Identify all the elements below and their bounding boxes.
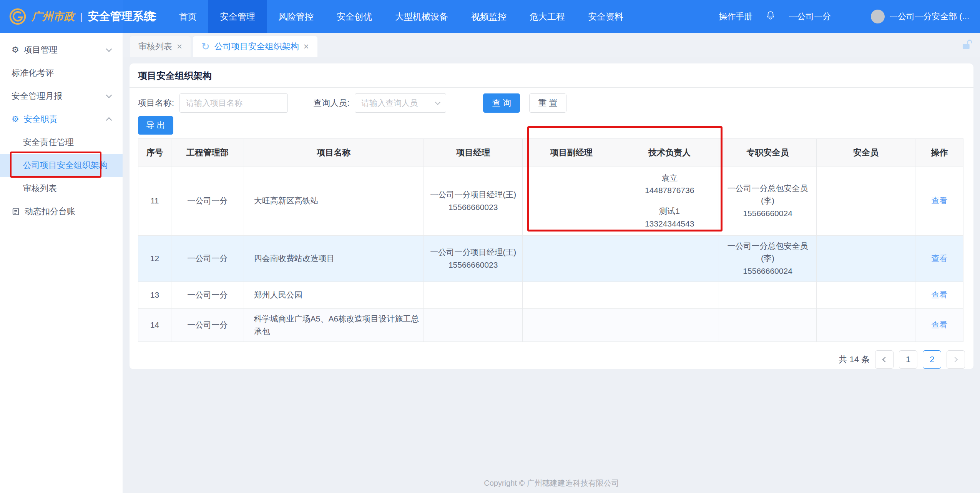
cell-technical-lead — [620, 282, 719, 309]
export-button[interactable]: 导 出 — [138, 116, 173, 135]
prev-page-button[interactable] — [875, 350, 894, 369]
nav-item-safety-excellence[interactable]: 安全创优 — [325, 0, 384, 33]
tab-company-org-structure[interactable]: ↻ 公司项目安全组织架构 × — [193, 36, 317, 57]
view-link[interactable]: 查看 — [931, 196, 947, 205]
page-button-2[interactable]: 2 — [923, 350, 941, 369]
project-name-label: 项目名称: — [138, 97, 174, 109]
tab-review-list[interactable]: 审核列表 × — [130, 36, 191, 57]
brand-separator: | — [80, 11, 83, 23]
brand-area: 广州市政 | 安全管理系统 — [0, 0, 123, 33]
sidebar-item-label: 审核列表 — [23, 183, 57, 194]
nav-item-home[interactable]: 首页 — [168, 0, 208, 33]
nav-item-video-monitor[interactable]: 视频监控 — [460, 0, 518, 33]
cell-dept: 一公司一分 — [171, 167, 244, 236]
nav-item-safety-docs[interactable]: 安全资料 — [576, 0, 635, 33]
cell-deputy-manager — [523, 309, 620, 342]
sidebar-item-safety-monthly-report[interactable]: 安全管理月报 — [0, 85, 123, 108]
sidebar-item-label: 安全责任管理 — [23, 137, 74, 148]
cell-project-name: 大旺高新区高铁站 — [244, 167, 424, 236]
col-actions: 操作 — [915, 139, 963, 167]
header-right: 操作手册 一公司一分 一公司一分安全部 (... — [719, 0, 980, 33]
brand-name: 广州市政 — [32, 9, 75, 24]
cell-seq: 14 — [138, 309, 171, 342]
sidebar-item-standardized-assessment[interactable]: 标准化考评 — [0, 62, 123, 85]
refresh-icon[interactable]: ↻ — [201, 42, 210, 52]
cell-deputy-manager — [523, 236, 620, 282]
nav-item-large-machinery[interactable]: 大型机械设备 — [384, 0, 460, 33]
filter-bar: 项目名称: 查询人员: 请输入查询人员 查 询 重 置 — [138, 93, 965, 113]
table-row: 11 一公司一分 大旺高新区高铁站 一公司一分项目经理(王) 155666600… — [138, 167, 963, 236]
page-title: 项目安全组织架构 — [130, 63, 973, 88]
sidebar-collapse-icon[interactable] — [137, 0, 168, 33]
col-project-name: 项目名称 — [244, 139, 424, 167]
cell-seq: 12 — [138, 236, 171, 282]
sidebar-item-project-management[interactable]: ⚙ 项目管理 — [0, 38, 123, 62]
chevron-left-icon — [882, 357, 888, 362]
page-button-1[interactable]: 1 — [899, 350, 917, 369]
unlock-icon[interactable] — [961, 38, 974, 52]
close-icon[interactable]: × — [304, 42, 309, 51]
sidebar-item-label: 公司项目安全组织架构 — [23, 160, 108, 171]
logo-emblem-icon — [8, 7, 27, 26]
gear-icon: ⚙ — [12, 46, 19, 54]
nav-item-major-projects[interactable]: 危大工程 — [518, 0, 576, 33]
content-card: 项目安全组织架构 项目名称: 查询人员: 请输入查询人员 查 询 重 置 导 出 — [130, 63, 973, 369]
sidebar-item-label: 项目管理 — [24, 44, 58, 56]
cell-technical-lead — [620, 309, 719, 342]
tab-label: 公司项目安全组织架构 — [214, 41, 299, 52]
nav-item-risk-control[interactable]: 风险管控 — [267, 0, 325, 33]
sidebar-item-label: 标准化考评 — [12, 67, 54, 79]
reset-button[interactable]: 重 置 — [529, 93, 566, 113]
view-link[interactable]: 查看 — [931, 254, 947, 263]
sidebar-item-dynamic-deduction-ledger[interactable]: 动态扣分台账 — [0, 200, 123, 223]
sidebar-item-company-org-structure[interactable]: 公司项目安全组织架构 — [0, 154, 123, 177]
cell-fulltime-safety-officer: 一公司一分总包安全员 (李) 15566660024 — [719, 167, 816, 236]
select-placeholder: 请输入查询人员 — [361, 98, 418, 108]
sidebar-item-safety-duties[interactable]: ⚙ 安全职责 — [0, 108, 123, 131]
cell-safety-officer — [816, 282, 915, 309]
sidebar-item-safety-responsibility[interactable]: 安全责任管理 — [0, 131, 123, 154]
col-seq: 序号 — [138, 139, 171, 167]
avatar — [871, 10, 885, 23]
table-header-row: 序号 工程管理部 项目名称 项目经理 项目副经理 技术负责人 专职安全员 安全员… — [138, 139, 963, 167]
cell-dept: 一公司一分 — [171, 282, 244, 309]
view-link[interactable]: 查看 — [931, 290, 947, 299]
chevron-down-icon — [435, 100, 440, 105]
user-menu[interactable]: 一公司一分安全部 (... — [871, 10, 969, 23]
cell-seq: 13 — [138, 282, 171, 309]
total-count: 共 14 条 — [839, 354, 870, 365]
sidebar-item-label: 动态扣分台账 — [25, 206, 75, 217]
table-row: 14 一公司一分 科学城商业广场A5、A6栋改造项目设计施工总承包 查看 — [138, 309, 963, 342]
chevron-down-icon — [106, 46, 112, 52]
col-technical-lead: 技术负责人 — [620, 139, 719, 167]
col-project-manager: 项目经理 — [424, 139, 523, 167]
pagination: 共 14 条 1 2 — [138, 350, 965, 369]
cell-dept: 一公司一分 — [171, 309, 244, 342]
view-link[interactable]: 查看 — [931, 320, 947, 329]
col-fulltime-safety-officer: 专职安全员 — [719, 139, 816, 167]
close-icon[interactable]: × — [177, 42, 182, 51]
user-name: 一公司一分安全部 (... — [889, 11, 969, 22]
ledger-icon — [12, 207, 20, 216]
org-structure-table: 序号 工程管理部 项目名称 项目经理 项目副经理 技术负责人 专职安全员 安全员… — [138, 138, 963, 342]
search-button[interactable]: 查 询 — [483, 93, 520, 113]
cell-safety-officer — [816, 236, 915, 282]
sidebar-item-label: 安全管理月报 — [12, 90, 62, 102]
cell-project-manager: 一公司一分项目经理(王) 15566660023 — [424, 236, 523, 282]
cell-project-name: 四会南收费站改造项目 — [244, 236, 424, 282]
cell-project-name: 科学城商业广场A5、A6栋改造项目设计施工总承包 — [244, 309, 424, 342]
query-person-select[interactable]: 请输入查询人员 — [355, 93, 446, 113]
tab-strip: 审核列表 × ↻ 公司项目安全组织架构 × — [123, 33, 980, 57]
sidebar-item-review-list[interactable]: 审核列表 — [0, 177, 123, 200]
project-name-input[interactable] — [179, 93, 288, 113]
cell-project-manager: 一公司一分项目经理(王) 15566660023 — [424, 167, 523, 236]
next-page-button[interactable] — [947, 350, 965, 369]
divider — [637, 201, 702, 201]
cell-deputy-manager — [523, 167, 620, 236]
cell-technical-lead — [620, 236, 719, 282]
org-selector[interactable]: 一公司一分 — [789, 11, 831, 22]
cell-fulltime-safety-officer — [719, 282, 816, 309]
notification-bell-icon[interactable] — [766, 10, 776, 23]
nav-item-safety-management[interactable]: 安全管理 — [208, 0, 267, 33]
manual-link[interactable]: 操作手册 — [719, 11, 752, 22]
